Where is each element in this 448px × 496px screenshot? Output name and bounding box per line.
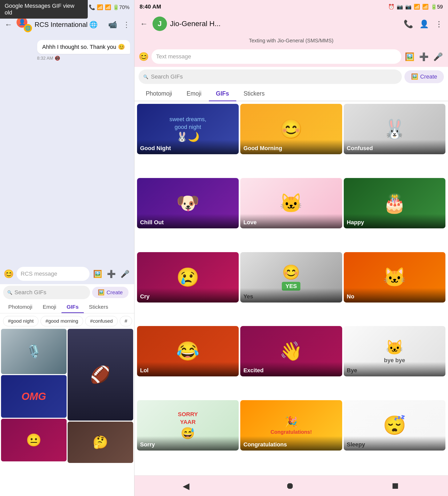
tab-stickers-left[interactable]: Stickers: [84, 301, 114, 313]
tooltip-bar: Google Messages GIF view old: [0, 0, 88, 19]
status-icons-left: 🔕 📞 📶 📶 🔋70%: [81, 4, 130, 10]
chat-title-right: Jio-General H...: [170, 20, 399, 28]
gif-sorry[interactable]: SORRY YAAR 😅 Sorry: [137, 400, 239, 451]
tab-gifs-left[interactable]: GIFs: [61, 301, 84, 313]
gif-label-chill-out: Chill Out: [137, 214, 239, 228]
hashtag-more[interactable]: #: [120, 316, 132, 326]
gif-button-left[interactable]: 🖼️: [92, 269, 103, 279]
tab-stickers-right[interactable]: Stickers: [236, 87, 272, 101]
emoji-button-right[interactable]: 😊: [139, 52, 149, 61]
gif-label-congratulations: Congratulations: [240, 436, 342, 451]
gif-confused[interactable]: 🐰 Confused: [344, 104, 445, 154]
avatar-group: 👤 🌐: [17, 17, 32, 32]
create-icon-left: 🖼️: [98, 289, 105, 296]
search-icon-left: 🔍: [7, 290, 12, 295]
nav-recents-button[interactable]: ⏹: [391, 481, 400, 491]
gif-item-5[interactable]: 😐: [1, 419, 67, 461]
gif-cry[interactable]: 😢 Cry: [137, 252, 239, 303]
nav-home-button[interactable]: ⏺: [286, 481, 294, 491]
gif-item-1[interactable]: 🎙️: [1, 329, 67, 374]
top-bar-actions-left: 📹 ⋮: [107, 19, 131, 30]
avatar-sub: 🌐: [24, 24, 32, 32]
tab-gifs-right[interactable]: GIFs: [209, 87, 236, 101]
search-icon-right: 🔍: [143, 74, 148, 79]
gif-label-sleepy: Sleepy: [344, 436, 445, 451]
search-bar-right[interactable]: 🔍 Search GIFs: [139, 69, 402, 84]
phone-icon-right[interactable]: 📞: [403, 18, 414, 29]
gif-grid-right: sweet dreams, good night 🐰🌙 Good Night 😊…: [134, 101, 448, 475]
gif-item-omg[interactable]: OMG: [1, 375, 67, 418]
gif-label-excited: Excited: [240, 362, 342, 376]
tab-row-right: Photomoji Emoji GIFs Stickers: [134, 87, 448, 101]
gif-label-love: Love: [240, 214, 342, 228]
add-button-right[interactable]: ➕: [418, 51, 430, 62]
message-input-left[interactable]: RCS message: [17, 267, 90, 281]
top-bar-actions-right: 📞 👤 ⋮: [403, 18, 444, 29]
gif-panel-left: 🔍 Search GIFs 🖼️ Create Photomoji Emoji …: [0, 284, 134, 496]
nav-back-button[interactable]: ◀: [183, 481, 189, 491]
tab-photomoji-right[interactable]: Photomoji: [139, 87, 179, 101]
camera2-icon: 📷: [405, 4, 412, 10]
back-button[interactable]: ←: [3, 19, 14, 30]
gif-love[interactable]: 🐱 Love: [240, 178, 342, 228]
camera-icon: 📷: [397, 4, 403, 10]
signal-icon: 📶: [105, 4, 111, 10]
input-bar-left: 😊 RCS message 🖼️ ➕ 🎤: [0, 264, 134, 284]
video-call-icon[interactable]: 📹: [107, 19, 118, 30]
gif-lol[interactable]: 😂 Lol: [137, 326, 239, 376]
back-button-right[interactable]: ←: [139, 18, 149, 30]
add-person-icon[interactable]: 👤: [418, 18, 430, 29]
gif-item-6[interactable]: 🤔: [68, 422, 133, 463]
gif-happy[interactable]: 🎂 Happy: [344, 178, 445, 228]
create-button-left[interactable]: 🖼️ Create: [92, 287, 129, 298]
audio-button-left[interactable]: 🎤: [119, 269, 131, 279]
read-icon: 📵: [55, 56, 60, 61]
gif-label-no: No: [344, 288, 445, 303]
top-bar-right: ← J Jio-General H... 📞 👤 ⋮: [134, 13, 448, 34]
message-input-right[interactable]: Text message: [151, 49, 401, 64]
alarm-icon: ⏰: [388, 4, 395, 10]
gif-excited[interactable]: 👋 Excited: [240, 326, 342, 376]
gif-button-right[interactable]: 🖼️: [404, 51, 415, 62]
time-text: 8:32 AM: [37, 56, 53, 61]
gif-bye[interactable]: 🐱 bye bye Bye: [344, 326, 445, 376]
gif-no[interactable]: 🐱 No: [344, 252, 445, 303]
hashtag-good-morning[interactable]: #good morning: [41, 316, 83, 326]
gif-yes[interactable]: 😊 YES Yes: [240, 252, 342, 303]
create-button-right[interactable]: 🖼️ Create: [404, 70, 444, 83]
bottom-nav: ◀ ⏺ ⏹: [134, 475, 448, 496]
create-label-right: Create: [420, 73, 437, 80]
time-display-right: 8:40 AM: [140, 3, 161, 10]
tab-photomoji-left[interactable]: Photomoji: [3, 301, 37, 313]
gif-label-confused: Confused: [344, 140, 445, 154]
gif-item-2[interactable]: 🏈: [68, 329, 133, 421]
message-time: 8:32 AM 📵: [37, 56, 130, 61]
gif-good-morning[interactable]: 😊 Good Morning: [240, 104, 342, 154]
more-options-right[interactable]: ⋮: [434, 18, 444, 29]
tooltip-text: Google Messages GIF view old: [5, 3, 74, 16]
add-button-left[interactable]: ➕: [106, 269, 117, 279]
tab-row-left: Photomoji Emoji GIFs Stickers: [0, 301, 134, 313]
hashtag-row: #good night #good morning #confused #: [0, 313, 134, 329]
left-panel: Google Messages GIF view old 🔕 📞 📶 📶 🔋70…: [0, 0, 134, 496]
audio-button-right[interactable]: 🎤: [432, 51, 444, 62]
tab-emoji-left[interactable]: Emoji: [37, 301, 61, 313]
gif-congratulations[interactable]: 🎉 Congratulations! Congratulations: [240, 400, 342, 451]
gif-label-bye: Bye: [344, 362, 445, 376]
more-options-icon[interactable]: ⋮: [122, 19, 131, 30]
hashtag-good-night[interactable]: #good night: [3, 316, 38, 326]
message-bubble: Ahhh I thought so. Thank you 😊: [37, 40, 130, 54]
wifi-icon: 📶: [97, 4, 103, 10]
gif-good-night[interactable]: sweet dreams, good night 🐰🌙 Good Night: [137, 104, 239, 154]
battery-icon: 🔋70%: [113, 4, 130, 10]
gif-chill-out[interactable]: 🐶 Chill Out: [137, 178, 239, 228]
signal-icon-right: 📶: [414, 4, 420, 10]
tab-emoji-right[interactable]: Emoji: [179, 87, 209, 101]
right-panel: 8:40 AM ⏰ 📷 📷 📶 📶 🔋59 ← J Jio-General H.…: [134, 0, 448, 496]
gif-sleepy[interactable]: 😴 Sleepy: [344, 400, 445, 451]
search-bar-left[interactable]: 🔍 Search GIFs: [3, 286, 90, 299]
gif-label-sorry: Sorry: [137, 436, 239, 451]
emoji-button-left[interactable]: 😊: [4, 269, 14, 279]
sent-message: Ahhh I thought so. Thank you 😊 8:32 AM 📵: [4, 40, 130, 61]
hashtag-confused[interactable]: #confused: [85, 316, 118, 326]
